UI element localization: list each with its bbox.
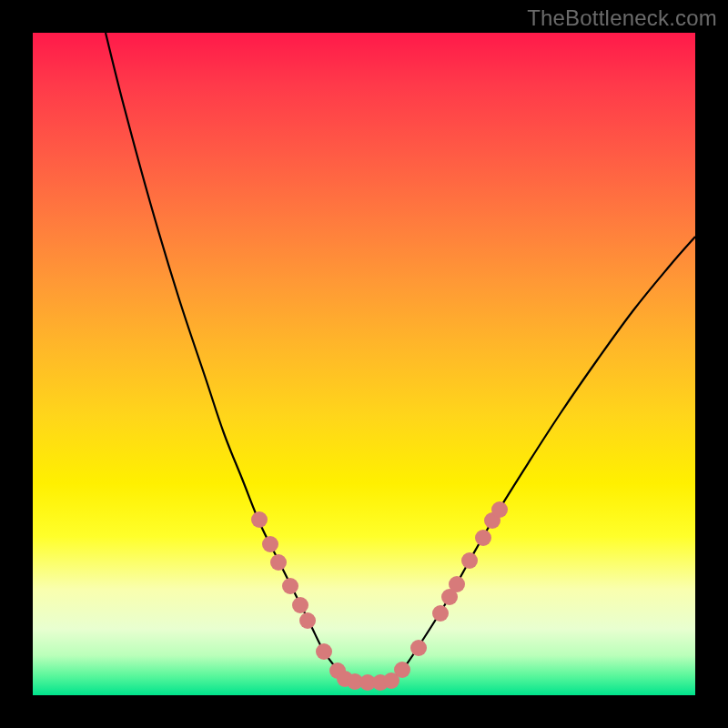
marker-point (329, 662, 346, 679)
marker-point (475, 530, 491, 546)
marker-point (359, 674, 376, 691)
marker-point (383, 672, 399, 689)
highlight-markers (251, 501, 508, 691)
bottleneck-curve (106, 33, 695, 682)
chart-plot-area (33, 33, 695, 695)
marker-point (491, 501, 508, 518)
watermark-text: TheBottleneck.com (527, 5, 717, 31)
marker-point (394, 662, 410, 678)
marker-point (316, 643, 332, 660)
marker-point (262, 536, 278, 552)
marker-point (282, 578, 298, 594)
marker-point (372, 674, 389, 691)
marker-point (449, 576, 465, 592)
marker-point (432, 605, 449, 622)
chart-svg (33, 33, 695, 695)
marker-point (299, 612, 316, 629)
marker-point (270, 554, 287, 571)
marker-point (347, 673, 363, 690)
marker-point (461, 552, 478, 569)
marker-point (292, 597, 308, 613)
marker-point (337, 671, 353, 687)
marker-point (251, 511, 268, 528)
marker-point (441, 589, 458, 605)
marker-point (484, 512, 500, 529)
marker-point (410, 640, 427, 656)
